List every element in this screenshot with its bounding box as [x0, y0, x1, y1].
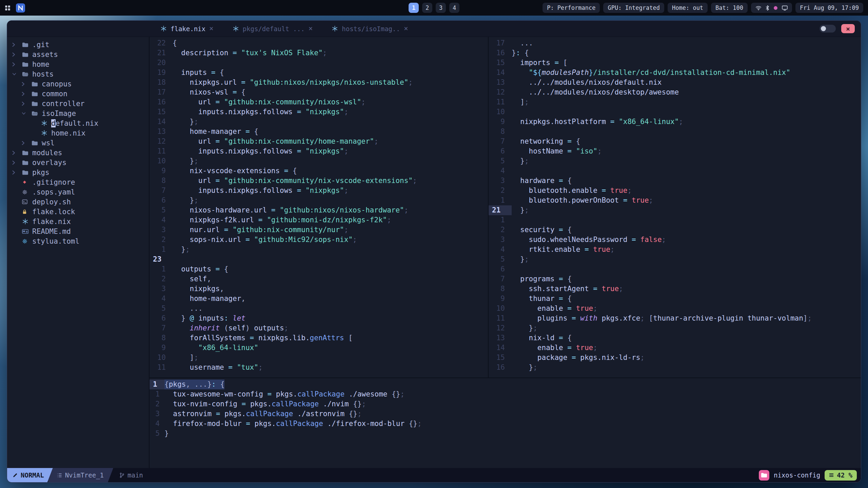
tree-item-controller[interactable]: controller — [7, 99, 149, 108]
code-line: 14 enable = true; — [489, 343, 861, 353]
tree-item-.sops.yaml[interactable]: .sops.yaml — [7, 187, 149, 197]
tree-item-modules[interactable]: modules — [7, 148, 149, 158]
code-line: 3 nur.url = "github:nix-community/nur"; — [150, 225, 488, 235]
workspace-button-2[interactable]: 2 — [422, 3, 432, 13]
tree-item-flake.nix[interactable]: flake.nix — [7, 217, 149, 226]
code-line: 14 "${modulesPath}/installer/cd-dvd/inst… — [489, 68, 861, 78]
tree-item-home.nix[interactable]: home.nix — [7, 128, 149, 138]
workspace-button-1[interactable]: 1 — [409, 3, 419, 13]
line-number: 5 — [489, 156, 512, 166]
line-number: 3 — [150, 284, 173, 294]
line-number: 5 — [489, 255, 512, 264]
nix-icon — [41, 130, 51, 136]
tab-flake.nix[interactable]: flake.nix× — [160, 25, 214, 33]
tree-item-label: flake.lock — [32, 208, 75, 216]
project-folder-icon — [759, 470, 769, 481]
tab-close-icon[interactable]: × — [209, 25, 214, 32]
code-text: username = "tux"; — [173, 363, 263, 372]
tree-item-label: home.nix — [51, 129, 85, 137]
code-text: nix-ld = { — [512, 333, 572, 343]
code-line: 4 nixpkgs-f2k.url = "github:moni-dz/nixp… — [150, 215, 488, 225]
chevron-right-icon — [21, 91, 32, 97]
code-line: 1 — [489, 215, 861, 225]
tree-item-assets[interactable]: assets — [7, 49, 149, 59]
line-number: 15 — [150, 107, 173, 117]
git-branch-icon — [119, 472, 124, 478]
tree-item-label: deploy.sh — [32, 198, 71, 206]
line-number: 11 — [489, 97, 512, 107]
tree-item-default.nix[interactable]: default.nix — [7, 118, 149, 128]
nix-snowflake-icon — [332, 25, 338, 32]
file-tree[interactable]: .gitassetshomehostscanopuscommoncontroll… — [7, 37, 150, 468]
launcher-icon[interactable] — [16, 3, 25, 13]
editor-pane-flake-nix[interactable]: 22{21 description = "tux's NixOS Flake";… — [150, 37, 489, 378]
tree-item-isoImage[interactable]: isoImage — [7, 108, 149, 118]
code-text: imports = [ — [512, 58, 567, 68]
color-dot-icon[interactable] — [773, 6, 778, 10]
code-line: 1{pkgs, ...}: { — [150, 380, 861, 389]
tree-item-label: hosts — [32, 70, 54, 78]
code-text: enable = true; — [512, 304, 597, 313]
tree-item-stylua.toml[interactable]: stylua.toml — [7, 236, 149, 246]
tab-label: pkgs/default ... — [243, 25, 305, 33]
tree-item-pkgs[interactable]: pkgs — [7, 167, 149, 177]
display-icon[interactable] — [782, 5, 788, 11]
tree-item-canopus[interactable]: canopus — [7, 79, 149, 89]
code-text: enable = true; — [512, 343, 597, 353]
tree-item-.git[interactable]: .git — [7, 40, 149, 49]
code-line: 13 home-manager = { — [150, 127, 488, 137]
line-number: 8 — [150, 333, 173, 343]
code-text: programs = { — [512, 274, 572, 284]
code-line: 12 ../../modules/nixos/desktop/awesome — [489, 87, 861, 97]
line-number: 1 — [150, 245, 173, 255]
tab-close-icon[interactable]: × — [404, 25, 408, 32]
window-close-button[interactable]: × — [841, 24, 855, 33]
editor-pane-iso-image[interactable]: 17 ...16}: {15 imports = [14 "${modulesP… — [489, 37, 861, 378]
chevron-right-icon — [12, 170, 22, 175]
line-number: 14 — [489, 68, 512, 78]
nix-icon — [22, 218, 32, 225]
line-number: 2 — [489, 186, 512, 196]
tree-item-hosts[interactable]: hosts — [7, 69, 149, 79]
code-text: }; — [512, 156, 529, 166]
code-line: 4 rtkit.enable = true; — [489, 245, 861, 255]
code-text: url = "github:nix-community/nixos-wsl"; — [173, 97, 366, 107]
workspace-button-3[interactable]: 3 — [436, 3, 446, 13]
editor-pane-pkgs-default[interactable]: 1{pkgs, ...}: {1 tux-awesome-wm-config =… — [150, 378, 861, 468]
tree-item-.gitignore[interactable]: .gitignore — [7, 177, 149, 187]
chevron-right-icon — [21, 101, 32, 106]
apps-grid-icon[interactable] — [5, 5, 11, 11]
tab-hosts/isoImag..[interactable]: hosts/isoImag..× — [332, 25, 408, 33]
tab-close-icon[interactable]: × — [309, 25, 313, 32]
code-line: 16}: { — [489, 48, 861, 58]
workspace-button-4[interactable]: 4 — [449, 3, 459, 13]
window-toggle-button[interactable] — [820, 25, 836, 33]
tree-item-README.md[interactable]: README.md — [7, 226, 149, 236]
line-number: 2 — [150, 399, 164, 409]
tree-item-common[interactable]: common — [7, 89, 149, 99]
tree-item-wsl[interactable]: wsl — [7, 138, 149, 148]
topbar-left — [5, 3, 25, 13]
tab-pkgs/default ...[interactable]: pkgs/default ...× — [233, 25, 313, 33]
code-line: 6 hostName = "iso"; — [489, 146, 861, 156]
code-text: inputs.nixpkgs.follows = "nixpkgs"; — [173, 107, 348, 117]
top-bar: 1234 P: PerformanceGPU: IntegratedHome: … — [0, 0, 868, 16]
code-line: 2 sops-nix.url = "github:Mic92/sops-nix"… — [150, 235, 488, 245]
tree-item-home[interactable]: home — [7, 59, 149, 69]
code-text: {pkgs, ...}: { — [164, 380, 224, 389]
tree-item-flake.lock[interactable]: flake.lock — [7, 207, 149, 217]
tree-item-overlays[interactable]: overlays — [7, 158, 149, 167]
window-controls: × — [820, 24, 855, 33]
line-number: 9 — [489, 294, 512, 304]
tree-item-label: README.md — [32, 227, 71, 236]
code-text: inputs.nixpkgs.follows = "nixpkgs"; — [173, 186, 348, 196]
bluetooth-icon[interactable] — [766, 5, 769, 11]
code-text: ]; — [173, 353, 198, 363]
editor-splits: 22{21 description = "tux's NixOS Flake";… — [150, 37, 861, 468]
code-text: }: { — [512, 48, 529, 58]
code-line: 9 "x86_64-linux" — [150, 343, 488, 353]
line-number: 15 — [489, 58, 512, 68]
code-text: networking = { — [512, 137, 580, 146]
tree-item-deploy.sh[interactable]: deploy.sh — [7, 197, 149, 207]
wifi-icon[interactable] — [755, 5, 762, 11]
